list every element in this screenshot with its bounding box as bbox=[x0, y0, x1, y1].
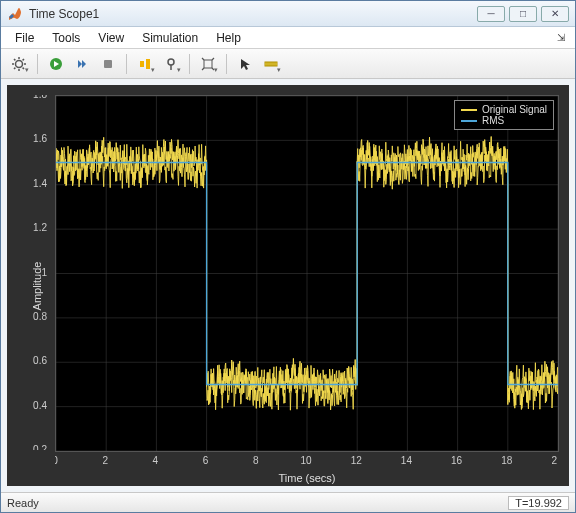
svg-text:0: 0 bbox=[55, 455, 58, 466]
svg-text:4: 4 bbox=[153, 455, 159, 466]
toolbar: ▾ ▾ ▾ ▾ ▾ bbox=[1, 49, 575, 79]
app-window: Time Scope1 ─ □ ✕ File Tools View Simula… bbox=[0, 0, 576, 513]
svg-text:1.4: 1.4 bbox=[33, 178, 47, 189]
svg-text:1.2: 1.2 bbox=[33, 222, 47, 233]
legend-row-original: Original Signal bbox=[461, 104, 547, 115]
svg-text:1: 1 bbox=[41, 267, 47, 278]
menu-view[interactable]: View bbox=[90, 29, 132, 47]
close-button[interactable]: ✕ bbox=[541, 6, 569, 22]
matlab-icon bbox=[7, 6, 23, 22]
legend-label-rms: RMS bbox=[482, 115, 504, 126]
svg-rect-12 bbox=[146, 59, 150, 69]
step-forward-button[interactable] bbox=[70, 52, 94, 76]
chevron-down-icon: ▾ bbox=[25, 66, 29, 74]
status-time: T=19.992 bbox=[508, 496, 569, 510]
y-ticks: 0.20.40.60.811.21.41.61.8 bbox=[7, 95, 53, 450]
svg-rect-11 bbox=[140, 61, 144, 67]
svg-line-7 bbox=[14, 67, 15, 68]
stop-button[interactable] bbox=[96, 52, 120, 76]
titlebar: Time Scope1 ─ □ ✕ bbox=[1, 1, 575, 27]
svg-point-13 bbox=[168, 59, 174, 65]
toolbar-separator bbox=[226, 54, 227, 74]
cursor-button[interactable] bbox=[233, 52, 257, 76]
svg-text:2: 2 bbox=[102, 455, 108, 466]
run-button[interactable] bbox=[44, 52, 68, 76]
minimize-button[interactable]: ─ bbox=[477, 6, 505, 22]
trigger-button[interactable]: ▾ bbox=[133, 52, 157, 76]
svg-text:20: 20 bbox=[551, 455, 557, 466]
chevron-down-icon: ▾ bbox=[277, 66, 281, 74]
menu-help[interactable]: Help bbox=[208, 29, 249, 47]
svg-text:16: 16 bbox=[451, 455, 463, 466]
svg-text:1.8: 1.8 bbox=[33, 95, 47, 100]
legend[interactable]: Original Signal RMS bbox=[454, 100, 554, 130]
svg-text:0.4: 0.4 bbox=[33, 400, 47, 411]
svg-text:12: 12 bbox=[351, 455, 363, 466]
svg-text:0.6: 0.6 bbox=[33, 355, 47, 366]
svg-line-8 bbox=[23, 59, 24, 60]
svg-text:1.6: 1.6 bbox=[33, 133, 47, 144]
legend-swatch-rms bbox=[461, 120, 477, 122]
menu-simulation[interactable]: Simulation bbox=[134, 29, 206, 47]
menu-tools[interactable]: Tools bbox=[44, 29, 88, 47]
plot-container: Amplitude Time (secs) 0.20.40.60.811.21.… bbox=[1, 79, 575, 492]
menubar: File Tools View Simulation Help ⇲ bbox=[1, 27, 575, 49]
plot-svg bbox=[56, 96, 558, 451]
plot-frame: Amplitude Time (secs) 0.20.40.60.811.21.… bbox=[7, 85, 569, 486]
zoom-extents-button[interactable]: ▾ bbox=[196, 52, 220, 76]
toolbar-separator bbox=[126, 54, 127, 74]
svg-text:14: 14 bbox=[401, 455, 413, 466]
menubar-overflow-icon[interactable]: ⇲ bbox=[557, 32, 569, 43]
legend-row-rms: RMS bbox=[461, 115, 547, 126]
svg-text:6: 6 bbox=[203, 455, 209, 466]
svg-line-5 bbox=[14, 59, 15, 60]
svg-text:0.2: 0.2 bbox=[33, 444, 47, 450]
svg-rect-15 bbox=[204, 60, 212, 68]
settings-button[interactable]: ▾ bbox=[7, 52, 31, 76]
marker-button[interactable]: ▾ bbox=[159, 52, 183, 76]
window-buttons: ─ □ ✕ bbox=[477, 6, 569, 22]
chevron-down-icon: ▾ bbox=[177, 66, 181, 74]
svg-rect-10 bbox=[104, 60, 112, 68]
maximize-button[interactable]: □ bbox=[509, 6, 537, 22]
menu-file[interactable]: File bbox=[7, 29, 42, 47]
svg-line-6 bbox=[23, 67, 24, 68]
toolbar-separator bbox=[189, 54, 190, 74]
svg-text:0.8: 0.8 bbox=[33, 311, 47, 322]
legend-swatch-original bbox=[461, 109, 477, 111]
svg-point-0 bbox=[16, 60, 23, 67]
x-axis-label: Time (secs) bbox=[55, 472, 559, 484]
plot-area[interactable]: Original Signal RMS bbox=[55, 95, 559, 452]
chevron-down-icon: ▾ bbox=[214, 66, 218, 74]
svg-text:10: 10 bbox=[300, 455, 312, 466]
svg-text:18: 18 bbox=[501, 455, 513, 466]
measure-button[interactable]: ▾ bbox=[259, 52, 283, 76]
x-ticks: 02468101214161820 bbox=[55, 452, 557, 472]
toolbar-separator bbox=[37, 54, 38, 74]
window-title: Time Scope1 bbox=[29, 7, 477, 21]
statusbar: Ready T=19.992 bbox=[1, 492, 575, 512]
status-ready: Ready bbox=[7, 497, 39, 509]
chevron-down-icon: ▾ bbox=[151, 66, 155, 74]
legend-label-original: Original Signal bbox=[482, 104, 547, 115]
svg-text:8: 8 bbox=[253, 455, 259, 466]
